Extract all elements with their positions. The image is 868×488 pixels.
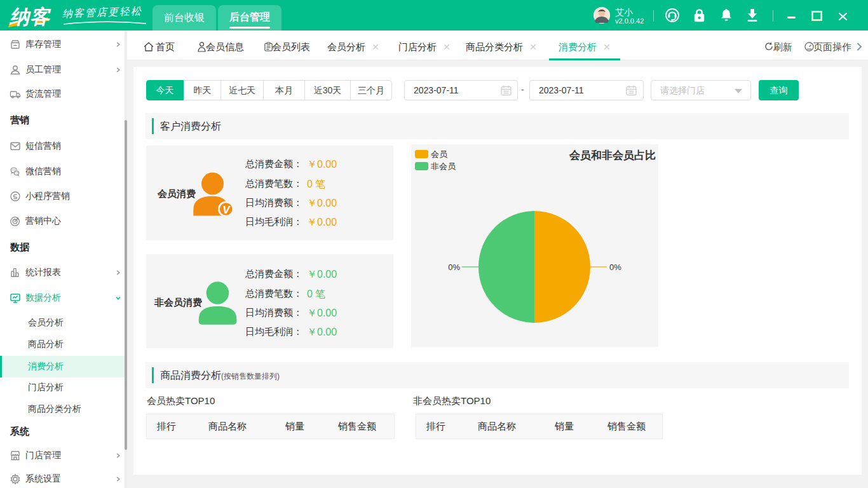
svg-text:V: V [222,204,231,216]
svg-text:0%: 0% [448,262,460,272]
svg-text:0%: 0% [609,262,621,272]
svg-text:纳客管店更轻松: 纳客管店更轻松 [62,6,143,19]
